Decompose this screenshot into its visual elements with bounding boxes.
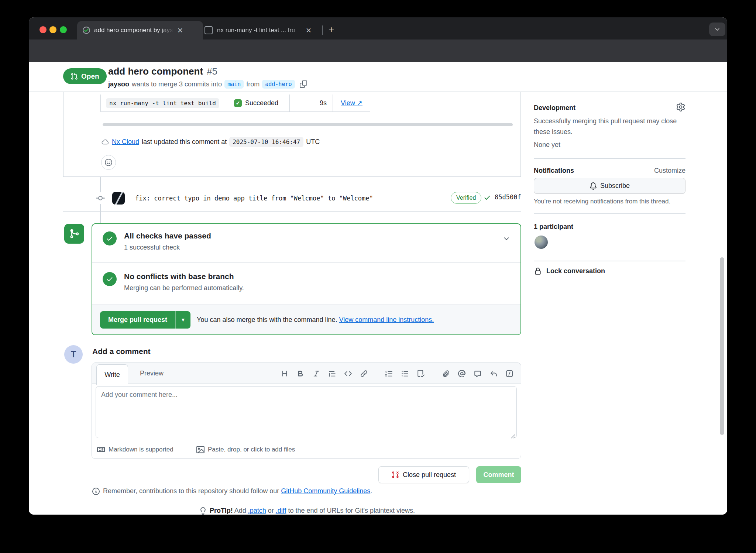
pr-sticky-header: Open add hero component #5 jaysoo wants … [29, 62, 727, 92]
check-run-view-link[interactable]: View ↗ [341, 99, 362, 107]
slash-command-icon[interactable] [506, 370, 513, 377]
commit-author-avatar[interactable] [112, 192, 125, 205]
chevron-down-icon[interactable] [503, 235, 510, 243]
italic-icon[interactable] [313, 370, 320, 377]
copy-icon[interactable] [300, 80, 307, 88]
base-branch-chip[interactable]: main [224, 80, 244, 89]
document-icon [205, 26, 213, 34]
ordered-list-icon[interactable] [385, 370, 393, 377]
lock-conversation-button[interactable]: Lock conversation [534, 267, 605, 275]
success-check-icon [103, 231, 117, 245]
comment-input[interactable] [96, 386, 517, 438]
gear-icon[interactable] [676, 103, 685, 111]
merge-actions-footer: Merge pull request ▼ You can also merge … [92, 305, 520, 334]
mention-icon[interactable] [458, 370, 465, 377]
subscribe-button[interactable]: Subscribe [534, 178, 685, 194]
quote-icon[interactable] [329, 370, 336, 377]
markdown-supported-note[interactable]: Markdown is supported [97, 446, 173, 454]
checks-passed-row[interactable]: All checks have passed 1 successful chec… [92, 224, 520, 262]
sidebar-divider [534, 158, 685, 159]
paperclip-icon[interactable] [442, 370, 450, 377]
protip-bold: ProTip! [210, 507, 233, 515]
link-icon[interactable] [360, 370, 368, 377]
unordered-list-icon[interactable] [401, 370, 409, 377]
close-tab-icon[interactable]: ✕ [177, 27, 183, 34]
tab-preview[interactable]: Preview [133, 363, 170, 384]
task-list-icon[interactable] [417, 370, 425, 377]
commit-message-link[interactable]: fix: correct typo in demo app title from… [135, 195, 373, 202]
verified-badge[interactable]: Verified [451, 192, 481, 204]
browser-toolbar: github.com/jaysoo3/acme/pull/5 Incognito [29, 40, 727, 62]
nx-cloud-link[interactable]: Nx Cloud [112, 138, 139, 146]
browser-window: add hero component by jayso ✕ nx run-man… [29, 17, 727, 515]
heading-icon[interactable] [281, 370, 288, 377]
comment-card-right-border [520, 92, 521, 176]
verified-label: Verified [456, 195, 476, 201]
pr-number: #5 [207, 66, 217, 77]
commit-sha-link[interactable]: 85d500f [495, 193, 521, 201]
paste-note-label: Paste, drop, or click to add files [208, 446, 295, 453]
lock-conversation-label: Lock conversation [546, 267, 605, 275]
guideline-period: . [370, 487, 372, 495]
pr-state-badge: Open [63, 68, 107, 84]
close-tab-icon[interactable]: ✕ [306, 27, 312, 34]
comment-submit-button[interactable]: Comment [476, 466, 521, 483]
markdown-note-label: Markdown is supported [109, 446, 173, 453]
merge-options-caret[interactable]: ▼ [175, 311, 190, 329]
git-pull-request-icon [71, 73, 78, 80]
light-bulb-icon [199, 507, 207, 515]
comment-card-left-border [63, 92, 63, 176]
timeline-divider [63, 211, 521, 212]
tab-search-chevron-button[interactable] [709, 23, 725, 36]
current-user-avatar: T [64, 345, 83, 364]
code-icon[interactable] [344, 370, 352, 377]
add-reaction-button[interactable] [101, 155, 116, 170]
browser-tab-inactive[interactable]: nx run-many -t lint test ... fro ✕ [199, 21, 326, 40]
bold-icon[interactable] [297, 370, 304, 377]
git-merge-icon [64, 224, 84, 244]
cli-instructions-link[interactable]: View command line instructions. [339, 316, 434, 324]
pr-author[interactable]: jaysoo [108, 80, 129, 88]
zoom-window-button[interactable] [60, 26, 67, 33]
info-icon [92, 488, 100, 495]
browser-tab-active[interactable]: add hero component by jayso ✕ [77, 21, 203, 40]
minimize-window-button[interactable] [49, 26, 56, 33]
sidebar-divider [534, 261, 685, 261]
merge-pull-request-button[interactable]: Merge pull request ▼ [100, 311, 190, 329]
checks-sub: 1 successful check [124, 244, 211, 251]
avatar-letter: T [71, 350, 76, 360]
close-window-button[interactable] [39, 26, 47, 33]
participant-avatar[interactable] [535, 236, 548, 249]
conflicts-title: No conflicts with base branch [124, 272, 244, 281]
diff-link[interactable]: .diff [276, 507, 286, 515]
close-pr-label: Close pull request [403, 471, 456, 479]
merge-sentence-text: wants to merge 3 commits into [132, 80, 222, 88]
tab-write[interactable]: Write [96, 364, 128, 385]
notifications-customize-link[interactable]: Customize [654, 167, 685, 175]
close-pull-request-button[interactable]: Close pull request [378, 466, 469, 483]
cross-reference-icon[interactable] [474, 370, 481, 377]
new-tab-button[interactable]: + [329, 24, 334, 35]
protip-note: ProTip! Add .patch or .diff to the end o… [199, 507, 415, 515]
patch-link[interactable]: .patch [248, 507, 266, 515]
white-check-mark-emoji: ✓ [234, 99, 242, 107]
cloud-icon [101, 138, 109, 146]
page-scrollbar[interactable] [720, 257, 724, 435]
pr-title: add hero component [108, 66, 203, 77]
from-word: from [246, 80, 260, 88]
protip-text: Add [233, 507, 248, 515]
guideline-text: Remember, contributions to this reposito… [103, 487, 281, 495]
head-branch-chip[interactable]: add-hero [262, 80, 295, 89]
resize-grip-icon[interactable] [511, 434, 516, 439]
cli-merge-text: You can also merge this with the command… [197, 316, 339, 324]
merge-button-label: Merge pull request [100, 311, 175, 329]
contribution-guideline-note: Remember, contributions to this reposito… [92, 487, 372, 495]
reply-icon[interactable] [490, 370, 497, 377]
paste-files-note[interactable]: Paste, drop, or click to add files [196, 446, 295, 454]
markdown-icon [97, 446, 105, 454]
smiley-icon [105, 159, 112, 166]
add-comment-heading: Add a comment [92, 347, 151, 356]
community-guidelines-link[interactable]: GitHub Community Guidelines [281, 487, 370, 495]
github-pr-page: Open add hero component #5 jaysoo wants … [29, 62, 727, 515]
sidebar-notifications-title: Notifications [534, 167, 574, 175]
